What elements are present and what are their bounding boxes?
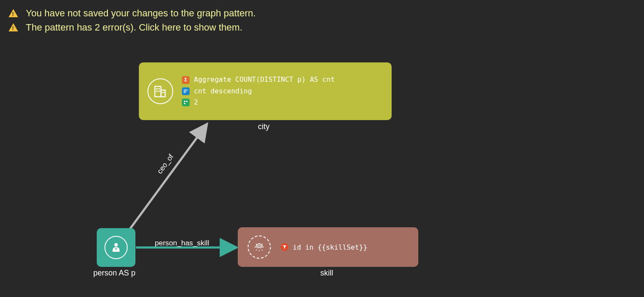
graph-canvas[interactable]: ceo_of person_has_skill <box>0 0 644 297</box>
svg-point-13 <box>114 243 118 247</box>
node-skill[interactable]: id in {{skillSet}} <box>238 227 418 267</box>
svg-rect-11 <box>186 101 187 102</box>
svg-rect-1 <box>161 90 165 97</box>
sort-text: cnt descending <box>194 86 252 97</box>
sort-icon <box>182 87 190 95</box>
filter-icon <box>281 243 288 251</box>
limit-text: 2 <box>194 97 198 108</box>
warning-banner: You have not saved your changes to the g… <box>0 0 644 34</box>
building-icon <box>147 78 173 104</box>
fingerprint-icon <box>248 235 271 259</box>
node-label-skill: skill <box>320 269 333 278</box>
sort-row[interactable]: cnt descending <box>182 86 335 97</box>
warning-icon <box>9 23 18 31</box>
svg-rect-10 <box>184 101 185 102</box>
filter-text: id in {{skillSet}} <box>293 243 367 251</box>
limit-row[interactable]: 2 <box>182 97 335 108</box>
aggregate-text: Aggregate COUNT(DISTINCT p) AS cnt <box>194 74 335 85</box>
svg-rect-12 <box>184 103 185 104</box>
edge-label-person_has_skill: person_has_skill <box>155 239 209 248</box>
warning-text: The pattern has 2 error(s). Click here t… <box>26 20 242 34</box>
node-city[interactable]: Σ Aggregate COUNT(DISTINCT p) AS cnt cnt… <box>139 62 392 120</box>
edge-ceo_of[interactable] <box>129 125 206 230</box>
filter-row[interactable]: id in {{skillSet}} <box>281 243 367 251</box>
warning-icon <box>9 9 18 17</box>
aggregate-row[interactable]: Σ Aggregate COUNT(DISTINCT p) AS cnt <box>182 74 335 85</box>
person-icon <box>104 236 128 259</box>
node-person[interactable] <box>97 228 135 267</box>
warning-unsaved[interactable]: You have not saved your changes to the g… <box>9 6 635 20</box>
node-label-person: person AS p <box>93 269 135 278</box>
warning-text: You have not saved your changes to the g… <box>26 6 256 20</box>
limit-icon <box>182 99 190 106</box>
sigma-icon: Σ <box>182 76 190 84</box>
warning-errors[interactable]: The pattern has 2 error(s). Click here t… <box>9 20 635 34</box>
node-label-city: city <box>258 122 270 131</box>
